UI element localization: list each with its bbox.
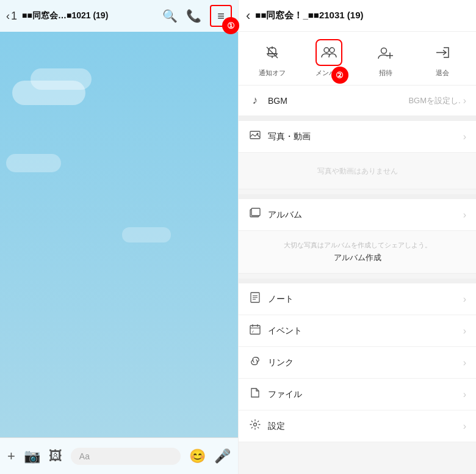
svg-point-2 <box>324 48 329 53</box>
phone-icon[interactable]: 📞 <box>186 9 201 23</box>
note-label: ノート <box>268 294 463 305</box>
left-header: ‹ 1 ■■同窓会…■1021 (19) 🔍 📞 ≡ ① <box>0 0 238 32</box>
photos-label: 写真・動画 <box>268 131 463 142</box>
svg-point-3 <box>330 48 334 53</box>
svg-text:✓: ✓ <box>251 330 254 334</box>
album-label: アルバム <box>268 210 463 221</box>
settings-config[interactable]: 設定 › <box>239 410 476 442</box>
image-icon[interactable]: 🖼 <box>49 448 62 464</box>
link-icon <box>248 356 262 370</box>
settings-file[interactable]: ファイル › <box>239 379 476 410</box>
photos-empty-text: 写真や動画はありません <box>317 167 398 175</box>
left-footer: + 📷 🖼 Aa 😊 🎤 <box>0 437 238 474</box>
album-icon <box>248 208 262 222</box>
mute-icon <box>259 39 286 66</box>
event-chevron: › <box>463 326 466 337</box>
search-icon[interactable]: 🔍 <box>162 9 178 23</box>
link-label: リンク <box>268 357 463 368</box>
action-mute[interactable]: 通知オフ <box>259 39 286 78</box>
bgm-chevron: › <box>463 95 466 106</box>
event-label: イベント <box>268 326 463 337</box>
back-number: 1 <box>11 10 17 23</box>
left-panel: ‹ 1 ■■同窓会…■1021 (19) 🔍 📞 ≡ ① + 📷 🖼 Aa 😊 … <box>0 0 238 474</box>
bgm-icon: ♪ <box>248 94 262 107</box>
album-desc: 大切な写真はアルバムを作成してシェアしよう。 <box>248 241 466 250</box>
action-leave[interactable]: 退会 <box>429 39 456 78</box>
config-chevron: › <box>463 421 466 432</box>
note-icon <box>248 292 262 306</box>
svg-point-4 <box>381 48 387 54</box>
album-sub: 大切な写真はアルバムを作成してシェアしよう。 アルバム作成 <box>239 231 476 274</box>
settings-note[interactable]: ノート › <box>239 283 476 315</box>
bgm-label: BGM <box>268 96 408 106</box>
settings-bgm[interactable]: ♪ BGM BGMを設定し. › <box>239 86 476 116</box>
album-chevron: › <box>463 210 466 221</box>
message-input[interactable]: Aa <box>71 448 181 465</box>
header-icons: 🔍 📞 ≡ ① <box>162 5 232 27</box>
settings-photos-header[interactable]: 写真・動画 › <box>239 121 476 153</box>
svg-rect-11 <box>251 208 260 216</box>
invite-icon <box>372 39 399 66</box>
settings-list: ♪ BGM BGMを設定し. › 写真・動画 › 写真や動画はありません <box>239 86 476 474</box>
file-icon <box>248 387 262 401</box>
emoji-icon[interactable]: 😊 <box>189 448 206 464</box>
bgm-value: BGMを設定し. <box>408 95 460 106</box>
action-members[interactable]: メンバー ② <box>316 39 342 78</box>
svg-point-21 <box>254 423 257 426</box>
circle-badge-2: ② <box>331 67 348 84</box>
event-icon: ✓ <box>248 324 262 338</box>
settings-album-header[interactable]: アルバム › <box>239 199 476 231</box>
divider-1 <box>239 116 476 121</box>
right-panel: ‹ ■■同窓会！_■■21031 (19) 通知オフ <box>238 0 476 474</box>
right-back-button[interactable]: ‹ <box>246 8 250 24</box>
chat-title: ■■同窓会…■1021 (19) <box>22 10 157 21</box>
chat-background <box>0 32 238 437</box>
invite-label: 招待 <box>379 68 392 78</box>
link-chevron: › <box>463 357 466 368</box>
photos-icon <box>248 129 262 144</box>
settings-link[interactable]: リンク › <box>239 347 476 379</box>
svg-point-9 <box>257 133 259 135</box>
menu-button[interactable]: ≡ ① <box>210 5 232 27</box>
leave-icon <box>429 39 456 66</box>
divider-2 <box>239 194 476 199</box>
divider-3 <box>239 279 476 283</box>
input-placeholder: Aa <box>79 451 90 461</box>
leave-label: 退会 <box>436 68 449 78</box>
note-chevron: › <box>463 294 466 305</box>
chevron-left-icon: ‹ <box>6 10 10 23</box>
photos-chevron: › <box>463 131 466 142</box>
right-header: ‹ ■■同窓会！_■■21031 (19) <box>239 0 476 32</box>
circle-badge-1: ① <box>222 17 239 34</box>
camera-icon[interactable]: 📷 <box>24 448 40 464</box>
members-icon <box>316 39 342 66</box>
settings-section-album: アルバム › 大切な写真はアルバムを作成してシェアしよう。 アルバム作成 <box>239 199 476 274</box>
mic-icon[interactable]: 🎤 <box>214 448 231 464</box>
mute-label: 通知オフ <box>259 68 286 78</box>
settings-event[interactable]: ✓ イベント › <box>239 315 476 347</box>
right-panel-title: ■■同窓会！_■■21031 (19) <box>255 10 469 21</box>
action-row: 通知オフ メンバー ② <box>239 32 476 86</box>
file-label: ファイル <box>268 389 463 400</box>
photos-placeholder: 写真や動画はありません <box>239 153 476 189</box>
back-button[interactable]: ‹ 1 <box>6 10 17 23</box>
file-chevron: › <box>463 389 466 400</box>
config-label: 設定 <box>268 421 463 432</box>
album-create-link[interactable]: アルバム作成 <box>248 252 466 263</box>
config-icon <box>248 419 262 433</box>
settings-section-photos: 写真・動画 › 写真や動画はありません <box>239 121 476 189</box>
plus-icon[interactable]: + <box>7 448 15 464</box>
action-invite[interactable]: 招待 <box>372 39 399 78</box>
